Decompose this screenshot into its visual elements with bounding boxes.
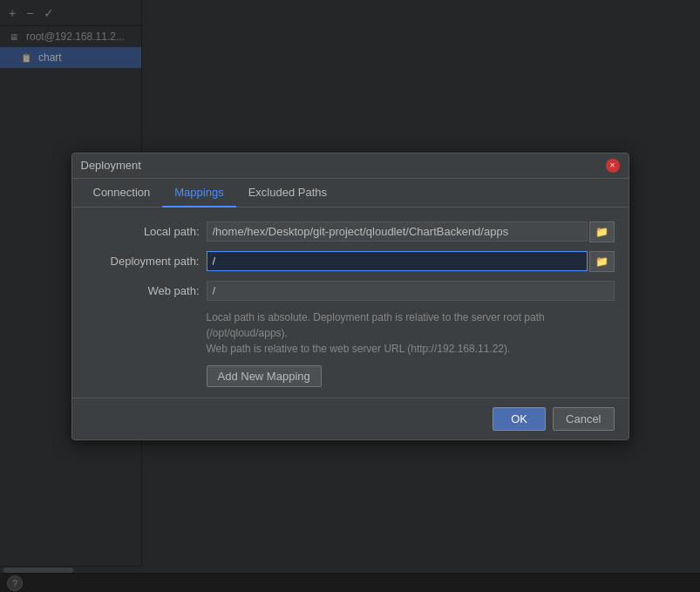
web-path-label: Web path: <box>86 284 200 297</box>
deployment-path-input[interactable] <box>207 251 588 271</box>
dialog-tabs: Connection Mappings Excluded Paths <box>72 179 629 208</box>
deployment-path-label: Deployment path: <box>86 255 200 268</box>
hint-line1: Local path is absolute. Deployment path … <box>207 311 545 339</box>
tab-connection[interactable]: Connection <box>81 179 163 208</box>
dialog-close-button[interactable]: × <box>606 159 620 173</box>
tab-mappings[interactable]: Mappings <box>162 179 235 208</box>
web-path-input[interactable] <box>207 281 615 301</box>
dialog-titlebar: Deployment × <box>72 153 629 179</box>
hint-line2: Web path is relative to the web server U… <box>207 343 511 355</box>
web-path-input-wrap <box>207 281 615 301</box>
local-path-input-wrap: 📁 <box>207 221 615 242</box>
tab-excluded-paths[interactable]: Excluded Paths <box>236 179 339 208</box>
hint-text: Local path is absolute. Deployment path … <box>86 310 615 357</box>
dialog-body: Local path: 📁 Deployment path: 📁 <box>72 208 629 398</box>
ok-button[interactable]: OK <box>493 407 546 431</box>
cancel-button[interactable]: Cancel <box>553 407 614 431</box>
add-new-mapping-button[interactable]: Add New Mapping <box>207 365 322 387</box>
local-path-row: Local path: 📁 <box>86 221 615 242</box>
deployment-path-input-wrap: 📁 <box>207 251 615 272</box>
local-path-label: Local path: <box>86 225 200 238</box>
web-path-row: Web path: <box>86 281 615 301</box>
local-path-input[interactable] <box>207 221 588 242</box>
deployment-path-row: Deployment path: 📁 <box>86 251 615 272</box>
deployment-path-folder-button[interactable]: 📁 <box>589 251 615 272</box>
modal-overlay: Deployment × Connection Mappings Exclude… <box>0 0 700 592</box>
dialog-footer: OK Cancel <box>72 398 629 439</box>
ide-background: + − ✓ 🖥 root@192.168.11.2... 📋 chart ? D… <box>0 0 700 592</box>
local-path-folder-button[interactable]: 📁 <box>589 221 615 242</box>
deployment-dialog: Deployment × Connection Mappings Exclude… <box>71 153 629 440</box>
dialog-title: Deployment <box>81 159 141 172</box>
